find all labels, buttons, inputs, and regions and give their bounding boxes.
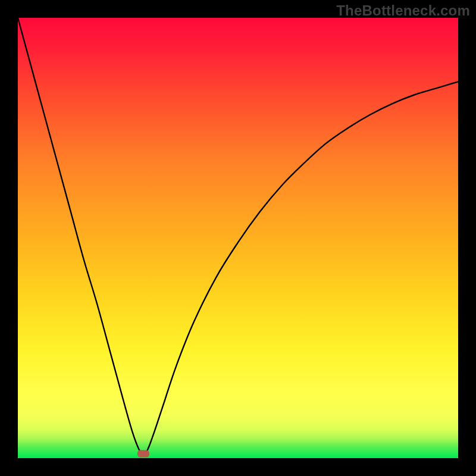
chart-frame: TheBottleneck.com	[0, 0, 476, 476]
watermark-text: TheBottleneck.com	[336, 2, 470, 19]
bottleneck-chart	[0, 0, 476, 476]
minimum-marker	[137, 450, 149, 458]
plot-background	[18, 18, 458, 458]
